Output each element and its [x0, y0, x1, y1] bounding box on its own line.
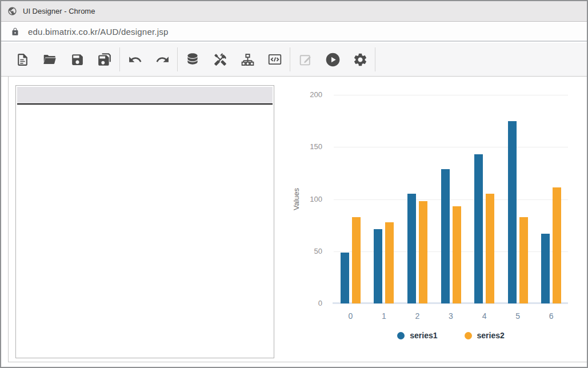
save-as-button[interactable] [91, 46, 118, 73]
gridline [334, 251, 568, 252]
bar-series2-cat2 [419, 201, 427, 303]
gridline [334, 199, 568, 200]
bar-series1-cat5 [508, 121, 517, 303]
y-tick-label: 0 [289, 299, 322, 307]
x-axis-line [333, 302, 568, 304]
new-document-button[interactable] [9, 46, 36, 73]
toolbar [1, 43, 587, 77]
window-titlebar[interactable]: UI Designer - Chrome [1, 1, 587, 22]
new-document-icon [15, 53, 30, 67]
bar-series2-cat5 [519, 217, 528, 303]
gridline [334, 147, 568, 147]
y-tick-label: 200 [289, 90, 322, 99]
x-tick-label: 0 [339, 311, 362, 321]
data-grid-panel[interactable] [15, 85, 274, 358]
lock-icon [11, 27, 19, 36]
bar-series1-cat0 [341, 253, 349, 303]
globe-icon [7, 6, 17, 16]
x-tick-label: 6 [540, 311, 563, 321]
redo-icon [155, 53, 170, 67]
bar-series1-cat1 [374, 229, 382, 303]
sitemap-icon [241, 53, 255, 67]
x-tick-label: 2 [406, 311, 429, 321]
bar-series2-cat0 [352, 217, 361, 303]
save-icon [70, 53, 85, 67]
bar-series2-cat4 [486, 194, 494, 303]
bar-series1-cat6 [541, 234, 550, 303]
code-editor-button[interactable] [261, 46, 289, 73]
y-tick-label: 100 [289, 195, 322, 203]
undo-icon [128, 53, 142, 67]
undo-button[interactable] [121, 46, 149, 73]
gridline [334, 95, 568, 95]
x-tick-label: 5 [506, 311, 529, 321]
bar-series1-cat3 [441, 169, 450, 303]
window-title: UI Designer - Chrome [23, 7, 95, 15]
build-tools-icon [213, 53, 227, 67]
legend-item-series2: series2 [465, 331, 505, 340]
run-button[interactable] [319, 46, 346, 73]
y-tick-label: 50 [289, 247, 322, 255]
database-button[interactable] [179, 46, 206, 73]
bar-series1-cat4 [474, 154, 483, 303]
chart-legend: series1series2 [334, 331, 568, 340]
bar-series2-cat3 [453, 206, 461, 303]
x-tick-label: 3 [439, 311, 462, 321]
code-editor-icon [267, 52, 282, 67]
run-icon [325, 52, 341, 67]
toolbar-separator [375, 47, 375, 71]
redo-button[interactable] [149, 46, 176, 73]
open-folder-icon [42, 52, 57, 67]
bar-chart: Values 0501001502000123456 [334, 95, 568, 303]
toolbar-separator [177, 47, 178, 71]
y-tick-label: 150 [289, 142, 322, 151]
x-tick-label: 4 [473, 311, 496, 321]
settings-button[interactable] [346, 46, 374, 73]
save-button[interactable] [63, 46, 91, 73]
build-tools-button[interactable] [206, 46, 234, 73]
database-icon [185, 52, 200, 67]
legend-item-series1: series1 [397, 331, 437, 340]
legend-dot-series2 [465, 332, 472, 339]
bar-series1-cat2 [407, 194, 416, 303]
legend-dot-series1 [397, 332, 405, 339]
edit-button [291, 46, 319, 73]
legend-label-series2: series2 [477, 331, 505, 340]
open-folder-button[interactable] [36, 46, 63, 73]
toolbar-separator [290, 47, 290, 71]
gear-icon [353, 52, 368, 67]
legend-label-series1: series1 [410, 331, 437, 340]
toolbar-separator [119, 47, 120, 71]
bar-series2-cat1 [385, 222, 394, 303]
save-as-icon [97, 52, 112, 67]
x-tick-label: 1 [373, 311, 395, 321]
edit-icon [298, 53, 313, 67]
bar-series2-cat6 [553, 187, 561, 303]
address-bar[interactable]: edu.bimatrix.co.kr/AUD/designer.jsp [1, 22, 587, 42]
sitemap-button[interactable] [234, 46, 261, 73]
url-text: edu.bimatrix.co.kr/AUD/designer.jsp [28, 27, 168, 37]
grid-header-row [17, 87, 273, 105]
